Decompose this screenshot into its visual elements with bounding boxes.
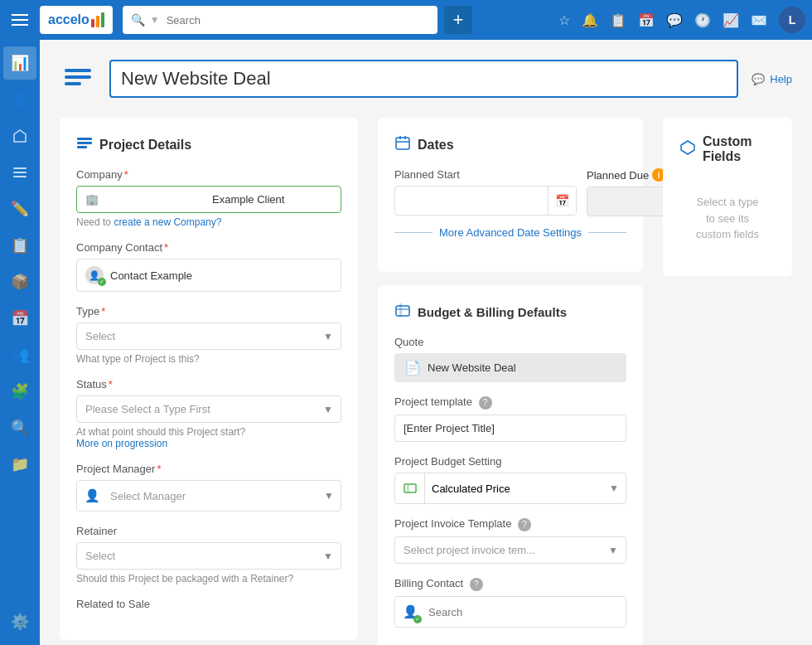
budget-setting-icon [395, 473, 425, 503]
svg-rect-2 [13, 172, 27, 173]
type-field: Type* Select ▼ What type of Project is t… [76, 305, 341, 365]
help-button[interactable]: 💬 Help [752, 73, 792, 85]
sidebar-item-contacts[interactable]: 👤 [3, 83, 36, 116]
planned-start-input[interactable] [395, 188, 548, 214]
contact-input[interactable]: 👤 ✓ Contact Example [76, 259, 341, 292]
custom-fields-title: Custom Fields [703, 134, 776, 164]
create-company-link[interactable]: create a new Company? [114, 216, 221, 228]
budget-setting-field: Project Budget Setting Calculated Price … [394, 455, 626, 504]
custom-fields-placeholder: Select a type to see its custom fields [679, 177, 776, 259]
calendar-icon[interactable]: 📅 [638, 12, 655, 28]
retainer-label: Retainer [76, 525, 341, 537]
create-button[interactable]: + [444, 6, 472, 34]
logo: accelo [40, 6, 113, 34]
search-dropdown-arrow[interactable]: ▼ [150, 14, 160, 26]
budget-icon [394, 302, 411, 322]
sidebar-item-archive[interactable]: 📁 [3, 448, 36, 481]
manager-select[interactable]: Select Manager [107, 483, 324, 509]
type-label: Type* [76, 305, 341, 318]
main-content: 💬 Help Project Details Company* [40, 40, 812, 645]
sidebar-item-team[interactable]: 👥 [3, 338, 36, 371]
project-template-field: Project template ? [394, 395, 626, 442]
chat-icon[interactable]: 💬 [666, 12, 683, 28]
status-label: Status* [76, 378, 341, 390]
custom-fields-column: Custom Fields Select a type to see its c… [663, 118, 792, 276]
svg-rect-18 [407, 484, 409, 492]
user-avatar[interactable]: L [779, 7, 805, 33]
company-hint: Need to create a new Company? [76, 216, 341, 228]
planned-start-input-wrapper: 📅 [394, 186, 577, 216]
svg-rect-3 [13, 176, 27, 177]
status-hint: At what point should this Project start?… [76, 426, 341, 449]
dates-header: Dates [394, 134, 626, 155]
nav-icons: ☆ 🔔 📋 📅 💬 🕐 📈 ✉️ L [558, 7, 805, 33]
project-template-input[interactable] [394, 415, 626, 442]
budget-title: Budget & Billing Defaults [418, 305, 567, 319]
invoice-template-select-wrapper: Select project invoice tem... ▼ [394, 536, 626, 564]
project-details-icon [76, 134, 93, 155]
sidebar-item-dashboard[interactable]: 📊 [3, 46, 36, 80]
advanced-date-settings-link[interactable]: More Advanced Date Settings [394, 226, 626, 239]
dates-card: Dates Planned Start 📅 Planned D [378, 118, 643, 272]
svg-rect-1 [13, 167, 27, 169]
date-row: Planned Start 📅 Planned Due i [394, 168, 626, 216]
sidebar-item-reports[interactable]: 📋 [3, 229, 36, 262]
type-hint: What type of Project is this? [76, 353, 341, 365]
sidebar-item-tasks[interactable]: 📅 [3, 302, 36, 335]
search-input[interactable] [167, 14, 429, 27]
page-title-input[interactable] [109, 60, 738, 98]
planned-start-calendar-button[interactable]: 📅 [548, 187, 576, 215]
template-help-icon[interactable]: ? [479, 396, 492, 410]
invoice-template-select[interactable]: Select project invoice tem... [394, 536, 626, 564]
company-icon: 🏢 [85, 193, 205, 206]
svg-rect-11 [399, 136, 401, 139]
sidebar-item-invoices[interactable]: 📦 [3, 265, 36, 298]
svg-rect-9 [77, 146, 87, 148]
help-icon: 💬 [752, 73, 765, 85]
contact-label: Company Contact* [76, 241, 341, 254]
budget-setting-select[interactable]: Calculated Price [425, 476, 609, 502]
notifications-icon[interactable]: 🔔 [582, 12, 598, 28]
type-select[interactable]: Select [76, 322, 341, 350]
sidebar-item-pipeline[interactable] [3, 119, 36, 153]
svg-rect-7 [77, 138, 92, 140]
svg-rect-14 [396, 306, 409, 316]
clock-icon[interactable]: 🕐 [694, 12, 711, 28]
sidebar-item-search[interactable]: 🔍 [3, 411, 36, 444]
company-input[interactable]: 🏢 Example Client [76, 186, 341, 213]
budget-card: Budget & Billing Defaults Quote 📄 New We… [378, 285, 643, 645]
form-columns: Project Details Company* 🏢 Example Clien… [60, 118, 792, 645]
page-header: 💬 Help [60, 60, 792, 98]
sidebar-item-sales[interactable]: ✏️ [3, 192, 36, 226]
mail-icon[interactable]: ✉️ [751, 12, 767, 28]
chart-icon[interactable]: 📈 [723, 12, 739, 28]
svg-marker-19 [681, 141, 694, 154]
svg-rect-5 [65, 75, 91, 79]
billing-person-icon: 👤 ✓ [395, 597, 425, 627]
clipboard-icon[interactable]: 📋 [610, 12, 626, 28]
retainer-select[interactable]: Select [76, 542, 341, 570]
billing-contact-input[interactable] [425, 599, 626, 625]
page-type-icon [60, 61, 96, 97]
quote-value: 📄 New Website Deal [394, 353, 626, 382]
progression-link[interactable]: More on progression [76, 438, 167, 449]
manager-label: Project Manager* [76, 463, 341, 475]
svg-rect-8 [77, 142, 92, 144]
status-select[interactable]: Please Select a Type First [76, 395, 341, 423]
contact-check-icon: ✓ [98, 278, 106, 286]
retainer-select-wrapper: Select ▼ [76, 542, 341, 570]
sidebar-item-settings[interactable]: ⚙️ [3, 605, 36, 638]
sidebar-item-assets[interactable]: 🧩 [3, 375, 36, 408]
related-sale-field: Related to Sale [76, 598, 341, 610]
search-bar: 🔍 ▼ [123, 6, 437, 34]
invoice-help-icon[interactable]: ? [518, 518, 531, 531]
menu-toggle[interactable] [7, 7, 33, 33]
manager-person-icon: 👤 [77, 481, 107, 511]
sidebar-item-projects[interactable] [3, 156, 36, 189]
company-field: Company* 🏢 Example Client Need to create… [76, 168, 341, 228]
billing-help-icon[interactable]: ? [470, 578, 483, 591]
star-icon[interactable]: ☆ [558, 12, 570, 28]
search-icon: 🔍 [131, 13, 145, 27]
budget-setting-arrow: ▼ [609, 483, 619, 494]
billing-contact-label: Billing Contact ? [394, 577, 626, 591]
